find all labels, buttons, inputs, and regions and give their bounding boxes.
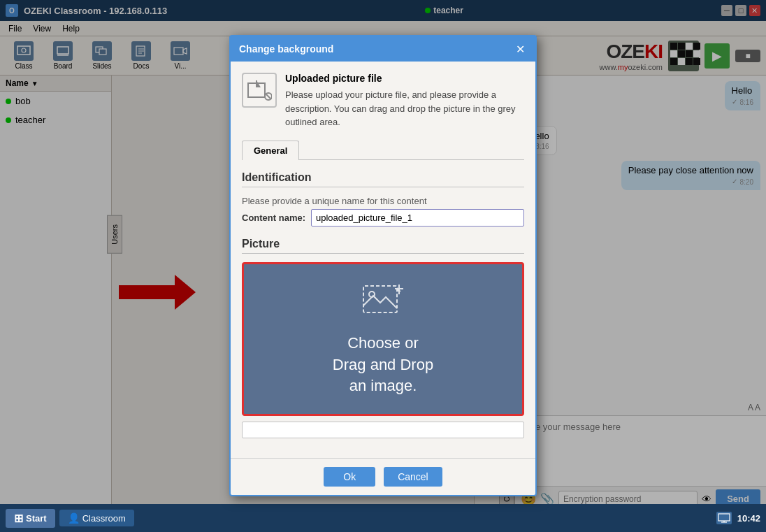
content-name-label: Content name: <box>242 213 305 223</box>
modal-overlay: Change background ✕ Uploaded picture fil <box>0 0 766 504</box>
classroom-button[interactable]: 👤 Classroom <box>59 510 134 526</box>
modal-description-area: Uploaded picture file Please upload your… <box>285 73 524 129</box>
modal-titlebar: Change background ✕ <box>231 36 535 62</box>
monitor-icon <box>716 512 732 524</box>
modal-icon-title: Uploaded picture file <box>285 73 524 84</box>
drop-zone-text: Choose orDrag and Dropan image. <box>333 333 433 397</box>
file-path-input[interactable] <box>242 422 524 438</box>
start-label: Start <box>26 513 47 524</box>
modal-cancel-button[interactable]: Cancel <box>384 467 442 487</box>
picture-section-header: Picture <box>242 238 524 254</box>
svg-rect-20 <box>718 514 730 521</box>
svg-rect-28 <box>363 286 397 312</box>
start-button[interactable]: ⊞ Start <box>6 509 55 528</box>
taskbar: ⊞ Start 👤 Classroom 10:42 <box>0 504 766 532</box>
identification-header: Identification <box>242 171 524 187</box>
svg-line-26 <box>266 94 270 99</box>
drop-zone[interactable]: Choose orDrag and Dropan image. <box>242 262 524 416</box>
modal-icon-row: Uploaded picture file Please upload your… <box>242 73 524 129</box>
modal-close-button[interactable]: ✕ <box>513 42 527 56</box>
modal-footer: Ok Cancel <box>231 458 535 495</box>
drop-zone-icon <box>361 280 405 324</box>
modal-tabs: General <box>242 141 524 160</box>
modal-tab-general[interactable]: General <box>242 141 299 160</box>
content-name-row: Content name: <box>242 209 524 227</box>
clock-display: 10:42 <box>737 513 760 524</box>
content-name-input[interactable] <box>311 209 524 227</box>
upload-icon-box <box>242 73 277 108</box>
modal-ok-button[interactable]: Ok <box>324 467 375 487</box>
classroom-label: Classroom <box>82 513 126 524</box>
change-background-modal: Change background ✕ Uploaded picture fil <box>229 35 537 496</box>
taskbar-left: ⊞ Start 👤 Classroom <box>6 509 134 528</box>
modal-title: Change background <box>239 43 333 55</box>
modal-icon-desc: Please upload your picture file, and ple… <box>285 88 524 129</box>
classroom-icon: 👤 <box>68 512 80 524</box>
start-icon: ⊞ <box>14 512 23 525</box>
id-field-label: Please provide a unique name for this co… <box>242 196 524 206</box>
taskbar-right: 10:42 <box>716 512 760 524</box>
modal-body: Uploaded picture file Please upload your… <box>231 62 535 458</box>
